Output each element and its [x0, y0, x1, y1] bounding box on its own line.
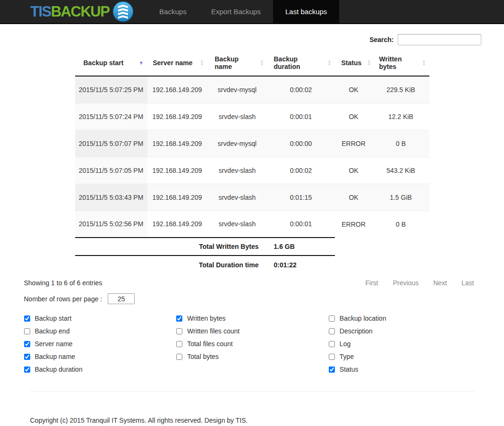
- toggle-backup-name-checkbox[interactable]: [24, 354, 30, 360]
- copyright-text: Copyright (c) 2015 Tranquil IT Systems. …: [30, 417, 474, 424]
- total-written-bytes-row: Total Written Bytes 1.6 GB: [75, 238, 429, 256]
- pagination-next[interactable]: Next: [433, 279, 447, 287]
- rows-per-page-row: Nomber of rows per page :: [23, 293, 481, 304]
- cell-backup-name: srvdev-slash: [207, 211, 267, 238]
- table-row: 2015/11/5 5:07:25 PM 192.168.149.209 srv…: [75, 76, 429, 103]
- search-label: Search:: [369, 36, 393, 43]
- main-content: Search: Backup start ▼ Server name ▲▼ Ba…: [23, 34, 481, 373]
- pagination-first[interactable]: First: [366, 279, 378, 287]
- table-row: 2015/11/5 5:03:43 PM 192.168.149.209 srv…: [75, 184, 429, 211]
- info-pagination-row: Showing 1 to 6 of 6 entries First Previo…: [23, 279, 481, 287]
- header-backup-name[interactable]: Backup name ▲▼: [207, 50, 267, 76]
- backups-table: Backup start ▼ Server name ▲▼ Backup nam…: [75, 50, 429, 273]
- toggle-status-checkbox[interactable]: [329, 366, 335, 373]
- pagination: First Previous Next Last: [366, 279, 480, 287]
- total-written-bytes-label: Total Written Bytes: [75, 238, 267, 256]
- cell-backup-name: srvdev-mysql: [207, 130, 267, 157]
- cell-backup-start: 2015/11/5 5:07:25 PM: [75, 76, 147, 103]
- brand-backup-text: BACKUP: [51, 3, 110, 20]
- nav-export-backups[interactable]: Export Backups: [199, 0, 273, 23]
- cell-status: ERROR: [335, 211, 373, 238]
- table-footer: Total Written Bytes 1.6 GB Total Duratio…: [75, 238, 429, 273]
- toggle-status: Status: [329, 366, 481, 373]
- table-header: Backup start ▼ Server name ▲▼ Backup nam…: [75, 50, 429, 76]
- toggle-server-name: Server name: [24, 341, 177, 347]
- cell-backup-name: srvdev-slash: [207, 184, 267, 211]
- toggle-backup-location: Backup location: [329, 315, 481, 322]
- toggle-backup-start-checkbox[interactable]: [24, 315, 30, 322]
- cell-written-bytes: 1.5 GiB: [373, 184, 429, 211]
- nav-menu: Backups Export Backups Last backups: [147, 0, 339, 23]
- toggle-written-files-count-checkbox[interactable]: [176, 328, 182, 334]
- stacked-layers-icon: [112, 1, 134, 22]
- brand-wordmark: TISBACKUP: [30, 4, 109, 19]
- pagination-last[interactable]: Last: [461, 279, 474, 287]
- header-status[interactable]: Status ▲▼: [335, 50, 373, 76]
- toggle-backup-end: Backup end: [24, 328, 177, 334]
- toggle-backup-start: Backup start: [24, 315, 177, 322]
- toggle-server-name-checkbox[interactable]: [24, 341, 30, 347]
- cell-status: OK: [335, 76, 373, 103]
- table-row: 2015/11/5 5:07:24 PM 192.168.149.209 srv…: [75, 103, 429, 130]
- sort-desc-icon: ▼: [139, 60, 144, 66]
- toggle-backup-location-checkbox[interactable]: [329, 315, 335, 322]
- toggle-description: Description: [329, 328, 481, 334]
- footer-divider: [30, 391, 474, 392]
- table-row: 2015/11/5 5:07:07 PM 192.168.149.209 srv…: [75, 130, 429, 157]
- cell-server-name: 192.168.149.209: [147, 184, 207, 211]
- cell-backup-start: 2015/11/5 5:07:07 PM: [75, 130, 147, 157]
- sort-both-icon: ▲▼: [200, 60, 204, 66]
- cell-backup-duration: 0:00:02: [267, 157, 335, 184]
- nav-last-backups[interactable]: Last backups: [273, 0, 339, 23]
- pagination-previous[interactable]: Previous: [393, 279, 419, 287]
- cell-backup-start: 2015/11/5 5:07:05 PM: [75, 157, 147, 184]
- toggle-log: Log: [329, 341, 481, 347]
- toggle-total-files-count: Total files count: [176, 341, 329, 347]
- sort-both-icon: ▲▼: [422, 60, 426, 66]
- cell-server-name: 192.168.149.209: [147, 157, 207, 184]
- total-duration-row: Total Duration time 0:01:22: [75, 256, 429, 273]
- cell-backup-duration: 0:00:01: [267, 103, 335, 130]
- header-written-bytes[interactable]: Written bytes ▲▼: [373, 50, 429, 76]
- cell-server-name: 192.168.149.209: [147, 130, 207, 157]
- cell-written-bytes: 543.2 KiB: [373, 157, 429, 184]
- entries-info: Showing 1 to 6 of 6 entries: [24, 279, 103, 287]
- nav-backups[interactable]: Backups: [147, 0, 199, 23]
- search-input[interactable]: [398, 34, 481, 45]
- search-row: Search:: [23, 34, 481, 45]
- header-backup-duration[interactable]: Backup duration ▲▼: [267, 50, 335, 76]
- cell-backup-name: srvdev-slash: [207, 157, 267, 184]
- cell-server-name: 192.168.149.209: [147, 76, 207, 103]
- cell-status: OK: [335, 184, 373, 211]
- toggle-backup-name: Backup name: [24, 353, 177, 360]
- header-backup-start[interactable]: Backup start ▼: [75, 50, 147, 76]
- cell-backup-start: 2015/11/5 5:07:24 PM: [75, 103, 147, 130]
- toggle-description-checkbox[interactable]: [329, 328, 335, 334]
- cell-backup-duration: 0:00:01: [267, 211, 335, 238]
- toggle-backup-duration-checkbox[interactable]: [24, 366, 30, 373]
- toggle-total-bytes: Total bytes: [176, 353, 329, 360]
- toggle-written-bytes: Written bytes: [176, 315, 329, 322]
- brand-tis-text: TIS: [30, 3, 51, 20]
- toggle-total-files-count-checkbox[interactable]: [176, 341, 182, 347]
- sort-both-icon: ▲▼: [367, 60, 371, 66]
- rows-per-page-input[interactable]: [108, 293, 135, 304]
- cell-backup-duration: 0:00:00: [267, 130, 335, 157]
- cell-backup-name: srvdev-slash: [207, 103, 267, 130]
- header-server-name[interactable]: Server name ▲▼: [147, 50, 207, 76]
- total-written-bytes-value: 1.6 GB: [267, 238, 335, 256]
- total-duration-label: Total Duration time: [75, 256, 267, 273]
- toggle-log-checkbox[interactable]: [329, 341, 335, 347]
- cell-server-name: 192.168.149.209: [147, 103, 207, 130]
- cell-backup-duration: 0:00:02: [267, 76, 335, 103]
- sort-both-icon: ▲▼: [328, 60, 332, 66]
- toggle-type-checkbox[interactable]: [329, 354, 335, 360]
- table-row: 2015/11/5 5:07:05 PM 192.168.149.209 srv…: [75, 157, 429, 184]
- toggle-total-bytes-checkbox[interactable]: [176, 354, 182, 360]
- toggle-written-files-count: Written files count: [176, 328, 329, 334]
- cell-backup-start: 2015/11/5 5:02:56 PM: [75, 211, 147, 238]
- brand-logo[interactable]: TISBACKUP: [30, 0, 134, 23]
- cell-written-bytes: 229.5 KiB: [373, 76, 429, 103]
- toggle-backup-end-checkbox[interactable]: [24, 328, 30, 334]
- toggle-written-bytes-checkbox[interactable]: [176, 315, 182, 322]
